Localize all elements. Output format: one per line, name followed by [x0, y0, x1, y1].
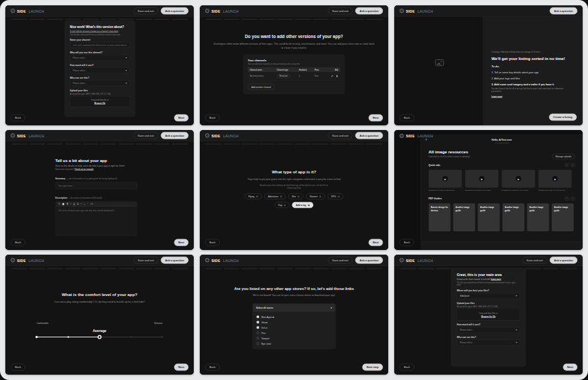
ask-question-button[interactable]: Ask a question [550, 7, 577, 15]
back-button[interactable]: Back [11, 364, 25, 371]
pdf-card[interactable]: Another image guide [503, 203, 525, 231]
remove-tag-icon[interactable]: ⊗ [256, 195, 258, 198]
tag-chip[interactable]: Adventure⊗ [264, 193, 286, 199]
ask-question-button[interactable]: Ask a question [550, 257, 577, 264]
tag-chip[interactable]: Shooter⊗ [306, 193, 324, 199]
add-tag-button[interactable]: Add a tag⊕ [292, 202, 314, 208]
checkbox[interactable] [257, 321, 260, 323]
text-style-button[interactable]: Tt [59, 203, 61, 205]
checkbox[interactable] [257, 342, 260, 345]
delete-icon[interactable] [336, 75, 338, 77]
bold-button[interactable]: B [67, 203, 68, 205]
file-dropzone[interactable]: Drag and drop files or Browse for file [457, 309, 520, 320]
store-option[interactable]: Itch.io [257, 326, 332, 329]
back-button[interactable]: Back [205, 115, 220, 122]
store-option[interactable]: Steam [257, 321, 332, 323]
video-card[interactable]: ▶Designing an image for alternatives [429, 170, 462, 191]
ask-question-button[interactable]: Ask a question [161, 7, 188, 15]
manage-uploads-button[interactable]: Manage uploads [552, 154, 575, 160]
bullet-list-button[interactable]: • [81, 203, 81, 205]
tag-chip[interactable]: Flying⊗ [244, 193, 262, 199]
save-exit-button[interactable]: Save and exit [522, 257, 547, 264]
back-button[interactable]: Back [11, 115, 25, 122]
pdf-card[interactable]: Banner design for devices [429, 203, 451, 231]
back-button[interactable]: Back [11, 239, 25, 247]
modal-subtitle-link[interactable]: In tech talk this version is known as a … [70, 31, 130, 33]
save-exit-button[interactable]: Save and exit [328, 7, 352, 15]
visibility-select[interactable]: Please select... ▾ [70, 80, 130, 86]
code-button[interactable]: </> [91, 203, 93, 205]
store-option[interactable]: Pico [257, 331, 332, 334]
save-exit-button[interactable]: Save and exit [328, 257, 352, 264]
remove-tag-icon[interactable]: ⊗ [298, 195, 300, 198]
play-icon[interactable]: ▶ [479, 176, 485, 181]
back-button[interactable]: Back [205, 239, 220, 247]
save-exit-button[interactable]: Save and exit [133, 7, 158, 15]
checkbox[interactable] [257, 326, 260, 329]
learn-more-link[interactable]: Learn more [491, 95, 502, 97]
remove-tag-icon[interactable]: ⊗ [338, 195, 340, 198]
create-listing-button[interactable]: Create a listing [549, 114, 577, 121]
remove-tag-icon[interactable]: ⊗ [284, 204, 286, 207]
ask-question-button[interactable]: Ask a question [161, 132, 188, 139]
italic-button[interactable]: I [71, 203, 71, 205]
ask-question-button[interactable]: Ask a question [161, 257, 188, 264]
back-button[interactable]: Back [205, 364, 220, 371]
channel-why-select[interactable]: Please select... ▾ [70, 55, 130, 61]
save-exit-button[interactable]: Save and exit [328, 132, 352, 139]
next-button[interactable]: Next [368, 115, 383, 122]
back-button[interactable]: Back [400, 364, 414, 371]
browse-file-link[interactable]: Browse for file [481, 315, 495, 317]
quote-button[interactable]: ” [87, 203, 88, 205]
back-button[interactable]: Back [400, 115, 414, 122]
carousel-prev-button[interactable]: ‹ [565, 163, 569, 167]
checkbox[interactable] [257, 331, 260, 334]
carousel-next-button[interactable]: › [571, 197, 575, 201]
channel-name-input[interactable] [73, 44, 127, 46]
ask-question-button[interactable]: Ask a question [356, 132, 383, 139]
strikethrough-button[interactable]: S [77, 203, 79, 205]
video-card[interactable]: ▶Designing an image for your listing [465, 170, 499, 191]
next-button[interactable]: Next [174, 239, 188, 247]
edit-icon[interactable] [331, 75, 334, 77]
remove-tag-icon[interactable]: ⊗ [280, 195, 282, 198]
pdf-card[interactable]: Another image guide [478, 203, 500, 231]
store-option[interactable]: Meta AppLab [257, 315, 332, 318]
browse-file-link[interactable]: Browse file [95, 102, 106, 105]
next-button[interactable]: Next [368, 239, 383, 247]
example-link[interactable]: Check out an example [75, 168, 93, 170]
ask-question-button[interactable]: Ask a question [356, 257, 383, 264]
underline-button[interactable]: U [73, 203, 75, 205]
description-textarea[interactable] [56, 207, 137, 235]
color-swatch-button[interactable] [63, 203, 65, 205]
host-select[interactable]: SideQuest ▾ [457, 293, 520, 299]
cost-select[interactable]: Please select... ▾ [70, 67, 130, 73]
carousel-next-button[interactable]: › [571, 163, 575, 167]
tag-chip[interactable]: Fog⊗ [274, 202, 289, 208]
checkbox[interactable] [257, 315, 260, 318]
carousel-prev-button[interactable]: ‹ [565, 197, 569, 201]
video-card[interactable]: ▶Designing an image for your devices [539, 170, 572, 191]
stores-select[interactable]: Select all stores ▾ [253, 303, 336, 311]
pdf-card[interactable]: Another image guide [527, 203, 549, 231]
pdf-card[interactable]: Another image guide [453, 203, 475, 231]
visibility-select[interactable]: Please select... ▾ [457, 339, 520, 345]
checkbox[interactable] [257, 337, 260, 339]
ask-question-button[interactable]: Ask a question [356, 7, 383, 15]
pdf-card[interactable]: Another image guide [552, 203, 574, 231]
play-icon[interactable]: ▶ [516, 176, 521, 181]
play-icon[interactable]: ▶ [443, 176, 448, 181]
add-channel-button[interactable]: Add another channel [248, 84, 274, 91]
file-dropzone[interactable]: Drag and drop file or Browse file [70, 96, 130, 107]
remove-tag-icon[interactable]: ⊗ [319, 195, 321, 198]
save-exit-button[interactable]: Save and exit [133, 257, 158, 264]
video-card[interactable]: ▶Designing an image for your banner [502, 170, 535, 191]
learn-more-link[interactable]: Learn more [491, 279, 501, 281]
play-icon[interactable]: ▶ [553, 176, 558, 181]
tag-chip[interactable]: War⊗ [288, 193, 304, 199]
store-option[interactable]: Epic store [257, 342, 332, 345]
store-option[interactable]: Viveport [257, 337, 332, 339]
summary-input[interactable] [59, 185, 135, 187]
next-button[interactable]: Next [174, 115, 188, 122]
ordered-list-button[interactable]: ≡ [84, 203, 85, 205]
